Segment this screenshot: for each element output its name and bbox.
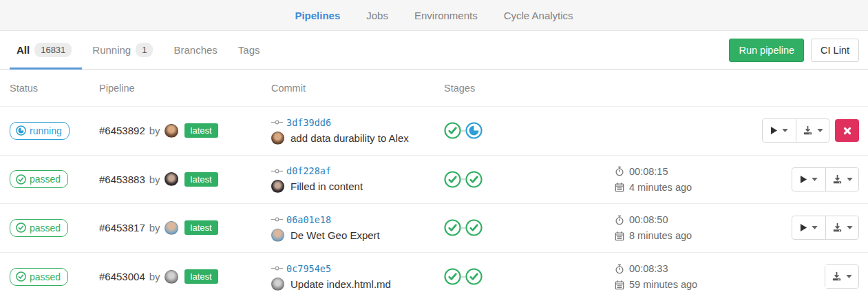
actions-cell — [762, 118, 859, 143]
commit-sha-link[interactable]: d0f228af — [286, 165, 331, 176]
tab-running[interactable]: Running 1 — [82, 31, 163, 69]
nav-item-pipelines[interactable]: Pipelines — [293, 7, 341, 24]
nav-item-cycle-analytics[interactable]: Cycle Analytics — [502, 7, 575, 24]
artifacts-dropdown-button[interactable] — [825, 265, 858, 288]
commit-sha-link[interactable]: 06a01e18 — [286, 214, 331, 225]
time-cell: 00:08:33 59 minutes ago — [615, 263, 825, 290]
actions-cell — [825, 264, 859, 289]
commit-sha-link[interactable]: 3df39dd6 — [286, 117, 331, 128]
tab-tags[interactable]: Tags — [228, 31, 271, 69]
status-badge-label: passed — [30, 174, 61, 185]
commit-icon — [271, 265, 283, 271]
pipeline-link[interactable]: #6453004 — [99, 271, 145, 282]
avatar[interactable] — [165, 124, 178, 138]
pipeline-row: running #6453892 by latest 3df39dd6 add … — [0, 107, 868, 156]
tab-tags-label: Tags — [238, 44, 260, 56]
status-cell: passed — [10, 219, 99, 237]
artifacts-dropdown-button[interactable] — [825, 168, 858, 191]
nav-item-jobs[interactable]: Jobs — [365, 7, 390, 24]
calendar-icon — [615, 182, 624, 192]
status-badge[interactable]: passed — [10, 170, 68, 188]
commit-message-link[interactable]: De Wet Geo Expert — [290, 229, 380, 241]
chevron-down-icon — [847, 226, 853, 229]
stage-passed-icon[interactable] — [444, 219, 461, 236]
play-icon — [770, 126, 778, 135]
cancel-pipeline-button[interactable] — [835, 119, 859, 142]
stage-passed-icon[interactable] — [444, 122, 461, 139]
avatar[interactable] — [271, 180, 284, 193]
status-badge[interactable]: running — [10, 122, 70, 140]
avatar[interactable] — [271, 278, 284, 291]
pipeline-link[interactable]: #6453817 — [99, 222, 145, 233]
tab-branches[interactable]: Branches — [163, 31, 227, 69]
run-pipeline-button[interactable]: Run pipeline — [729, 39, 804, 62]
pipeline-row: passed #6453817 by latest 06a01e18 De We… — [0, 204, 868, 253]
pipeline-finished-ago: 59 minutes ago — [629, 279, 697, 290]
chevron-down-icon — [812, 226, 818, 229]
download-icon — [832, 271, 842, 282]
calendar-icon — [615, 231, 624, 241]
status-running-icon — [16, 125, 26, 136]
by-label: by — [149, 271, 160, 282]
commit-cell: d0f228af Filled in content — [271, 165, 444, 193]
avatar[interactable] — [165, 172, 178, 186]
status-cell: running — [10, 122, 99, 140]
download-icon — [832, 222, 843, 233]
by-label: by — [149, 125, 160, 136]
avatar[interactable] — [165, 270, 178, 284]
commit-cell: 06a01e18 De Wet Geo Expert — [271, 214, 444, 242]
pipeline-link[interactable]: #6453892 — [99, 125, 145, 136]
tab-all-count-badge: 16831 — [34, 43, 72, 57]
pipeline-finished-ago: 8 minutes ago — [629, 230, 692, 241]
avatar[interactable] — [165, 221, 178, 235]
stage-passed-icon[interactable] — [465, 219, 483, 236]
pipeline-cell: #6453892 by latest — [99, 123, 271, 138]
artifacts-dropdown-button[interactable] — [796, 119, 829, 142]
commit-message-link[interactable]: Filled in content — [290, 180, 363, 192]
close-icon — [843, 127, 851, 135]
commit-message-link[interactable]: Update index.html.md — [290, 278, 391, 290]
pipeline-action-group — [762, 118, 829, 143]
tab-running-label: Running — [92, 44, 131, 56]
stage-passed-icon[interactable] — [444, 171, 461, 188]
pipeline-action-group — [792, 167, 859, 191]
column-header-stages: Stages — [444, 83, 615, 94]
ci-lint-button[interactable]: CI Lint — [811, 39, 859, 62]
status-passed-icon — [16, 222, 26, 233]
manual-actions-dropdown-button[interactable] — [792, 168, 825, 191]
pipeline-finished-ago: 4 minutes ago — [629, 182, 692, 193]
artifacts-dropdown-button[interactable] — [825, 216, 858, 239]
pipeline-action-group — [792, 216, 859, 240]
nav-item-environments[interactable]: Environments — [413, 7, 479, 24]
avatar[interactable] — [271, 229, 284, 242]
download-icon — [832, 174, 843, 185]
calendar-icon — [615, 280, 624, 290]
status-badge[interactable]: passed — [10, 219, 68, 237]
pipeline-duration: 00:08:50 — [629, 214, 668, 225]
column-header-commit: Commit — [271, 83, 444, 94]
status-cell: passed — [10, 170, 99, 188]
stages-cell — [444, 268, 615, 285]
stage-passed-icon[interactable] — [465, 171, 483, 188]
avatar[interactable] — [271, 132, 284, 145]
pipeline-link[interactable]: #6453883 — [99, 174, 145, 185]
commit-message-link[interactable]: add data durability to Alex — [290, 132, 409, 144]
stage-passed-icon[interactable] — [444, 268, 461, 285]
stage-running-icon[interactable] — [465, 122, 483, 139]
download-icon — [803, 125, 813, 136]
chevron-down-icon — [782, 129, 788, 132]
commit-sha-link[interactable]: 0c7954e5 — [286, 263, 331, 274]
secondary-nav: Pipelines Jobs Environments Cycle Analyt… — [0, 0, 868, 31]
tab-all[interactable]: All 16831 — [10, 31, 82, 69]
timer-icon — [615, 215, 624, 225]
stages-cell — [444, 171, 615, 188]
stage-passed-icon[interactable] — [465, 268, 483, 285]
pipeline-row: passed #6453883 by latest d0f228af Fille… — [0, 156, 868, 205]
pipeline-cell: #6453004 by latest — [99, 269, 271, 284]
stages-cell — [444, 122, 615, 139]
timer-icon — [615, 264, 624, 274]
manual-actions-dropdown-button[interactable] — [763, 119, 796, 142]
manual-actions-dropdown-button[interactable] — [792, 216, 825, 239]
play-icon — [800, 223, 807, 232]
status-badge[interactable]: passed — [10, 268, 68, 286]
